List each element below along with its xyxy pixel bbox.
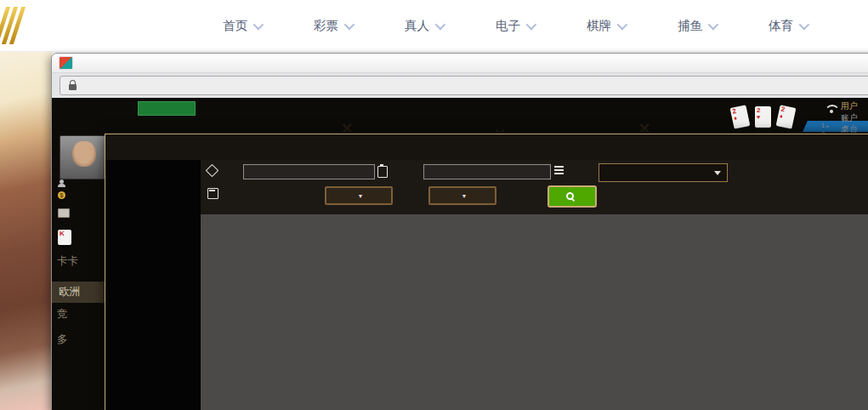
deposit-icon [58, 208, 70, 218]
round-input[interactable] [243, 164, 375, 179]
nav-item-6[interactable]: 体育 [769, 18, 807, 34]
playing-card: 2♦ [776, 105, 797, 128]
chevron-down-icon [617, 19, 628, 30]
screen: 首页彩票真人电子棋牌捕鱼体育 ✕ ✕ ✕ 2♦2♥2♦ [0, 0, 868, 410]
ag-favicon [59, 56, 73, 70]
round-label-row [207, 166, 221, 175]
site-header: 首页彩票真人电子棋牌捕鱼体育 [0, 0, 868, 52]
list-icon [554, 166, 564, 175]
playing-card: 2♥ [755, 106, 771, 128]
nav-item-0[interactable]: 首页 [223, 18, 261, 34]
nav-label: 电子 [496, 18, 520, 34]
nav-item-1[interactable]: 彩票 [314, 18, 352, 34]
chrome-window: ✕ ✕ ✕ 2♦2♥2♦ 用户账户桌台 12 $ [51, 53, 868, 410]
nav-item-4[interactable]: 棋牌 [587, 18, 625, 34]
nav-item-2[interactable]: 真人 [405, 18, 443, 34]
balance-row: $ [58, 191, 69, 199]
money-icon: $ [58, 191, 65, 199]
person-icon [58, 179, 65, 187]
search-button[interactable] [547, 185, 597, 208]
address-bar [52, 73, 868, 99]
session-info: 用户账户桌台 [841, 100, 868, 135]
date-from-picker[interactable] [325, 186, 393, 205]
nav-label: 捕鱼 [678, 18, 702, 34]
username-row [58, 179, 69, 187]
playing-card: 2♦ [730, 105, 751, 128]
deposit-button[interactable] [58, 208, 73, 218]
dealt-cards: 2♦2♥2♦ [732, 106, 794, 128]
wifi-icon [824, 104, 841, 118]
date-to-picker[interactable] [428, 186, 496, 205]
lock-icon[interactable] [69, 84, 77, 90]
chevron-down-icon [526, 19, 537, 30]
hall-item-3[interactable]: 多 [57, 333, 105, 347]
chevron-down-icon [253, 19, 264, 30]
chevron-down-icon [799, 19, 810, 30]
bet-records-modal [105, 134, 868, 410]
nav-label: 棋牌 [587, 18, 611, 34]
chevron-down-icon [344, 19, 355, 30]
dropdown-arrow-icon [714, 171, 721, 175]
url-field[interactable] [60, 76, 868, 95]
time-label-row [207, 188, 223, 199]
chevron-down-icon [708, 19, 719, 30]
avatar [60, 135, 111, 179]
playing-card-icon: K [58, 230, 71, 245]
nav-item-3[interactable]: 电子 [496, 18, 534, 34]
bet-prompt [138, 101, 196, 116]
records-table-zone [201, 214, 868, 410]
platform-select[interactable] [599, 163, 728, 182]
info-label: 账户 [841, 112, 868, 124]
logo-stripes-icon [0, 7, 20, 44]
modal-body [105, 160, 868, 410]
search-icon [566, 192, 575, 201]
clipboard-icon [377, 166, 388, 178]
order-input[interactable] [423, 164, 551, 179]
modal-sidebar [105, 160, 201, 410]
modal-title [105, 134, 868, 160]
tag-icon [206, 164, 219, 178]
hall-item-2[interactable]: 竞 [57, 307, 105, 322]
seat-indicator: 1 [821, 122, 829, 130]
chevron-down-icon [435, 19, 446, 30]
window-titlebar[interactable] [52, 54, 868, 73]
main-nav: 首页彩票真人电子棋牌捕鱼体育 [223, 0, 807, 51]
video-games-shortcut[interactable]: K [58, 230, 75, 245]
game-page: ✕ ✕ ✕ 2♦2♥2♦ 用户账户桌台 12 $ [52, 98, 868, 410]
modal-main [201, 160, 868, 410]
hall-item-0[interactable]: 卡卡 [57, 254, 105, 269]
hall-item-1[interactable]: 欧洲 [52, 282, 108, 303]
order-label-row [377, 166, 392, 178]
background-image-strip [0, 51, 52, 410]
nav-label: 体育 [769, 18, 793, 34]
nav-item-5[interactable]: 捕鱼 [678, 18, 716, 34]
calendar-icon [207, 188, 218, 199]
platform-label-row [554, 166, 568, 175]
nav-label: 彩票 [314, 18, 338, 34]
nav-label: 首页 [223, 18, 247, 34]
nav-label: 真人 [405, 18, 429, 34]
site-logo [0, 3, 25, 48]
info-label: 用户 [841, 100, 868, 112]
